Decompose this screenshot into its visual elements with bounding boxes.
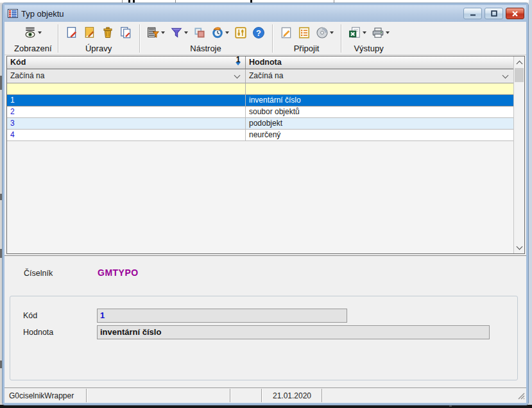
list-window-icon	[8, 8, 18, 19]
background-bottom-sliver	[0, 405, 532, 408]
close-icon	[511, 10, 519, 17]
disc-icon	[316, 26, 329, 39]
excel-export-button[interactable]	[347, 26, 368, 40]
minimize-button[interactable]	[463, 8, 482, 19]
new-record-icon	[65, 26, 78, 39]
kod-field-label: Kód	[23, 311, 97, 320]
table-row[interactable]: 2 soubor objektů	[7, 106, 513, 118]
ciselnik-grid: Kód 1 Hodnota Začíná na Začíná na	[6, 56, 525, 254]
relations-button[interactable]	[192, 26, 207, 40]
background-text-fragment	[250, 0, 252, 3]
grid-filter-row: Začíná na Začíná na	[7, 69, 513, 83]
sort-indicator: 1	[236, 56, 241, 65]
dropdown-caret	[386, 31, 390, 34]
scroll-up-button[interactable]	[514, 57, 524, 67]
statusbar: G0ciselnikWrapper 21.01.2020	[4, 387, 526, 403]
disc-button[interactable]	[314, 26, 335, 40]
toolbar-group-nastroje: ? Nástroje	[140, 23, 272, 54]
column-header-hodnota[interactable]: Hodnota	[246, 56, 513, 69]
cell-kod[interactable]: 2	[7, 106, 246, 118]
filter-funnel-icon	[170, 26, 183, 39]
titlebar: Typ objektu	[4, 5, 526, 22]
kod-field[interactable]: 1	[97, 309, 347, 323]
copy-record-button[interactable]	[118, 26, 133, 40]
attach-note-button[interactable]	[279, 26, 294, 40]
print-button[interactable]	[370, 26, 391, 40]
data-table-filter-icon	[147, 26, 160, 39]
hodnota-field-label: Hodnota	[23, 328, 97, 337]
close-button[interactable]	[506, 8, 524, 19]
refresh-clock-icon	[211, 26, 224, 39]
statusbar-right-cell	[323, 388, 526, 403]
checklist-button[interactable]	[296, 26, 312, 40]
help-button[interactable]: ?	[251, 26, 266, 40]
scroll-down-button[interactable]	[514, 242, 524, 253]
cell-hodnota[interactable]: soubor objektů	[246, 106, 513, 118]
toolbar-group-zobrazeni: Zobrazení	[8, 23, 58, 54]
chevron-down-icon	[516, 244, 522, 250]
toolbar-group-upravy: Úpravy	[58, 23, 139, 54]
cell-kod[interactable]: 4	[7, 130, 246, 141]
filter-funnel-button[interactable]	[169, 26, 189, 40]
window-title: Typ objektu	[21, 9, 64, 19]
scrollbar-thumb[interactable]	[515, 68, 524, 82]
statusbar-date: 21.01.2020	[262, 388, 322, 403]
refresh-clock-button[interactable]	[210, 26, 230, 40]
delete-record-button[interactable]	[100, 26, 116, 40]
checklist-icon	[298, 26, 311, 39]
data-table-filter-button[interactable]	[146, 26, 166, 40]
chevron-down-icon	[502, 72, 509, 79]
view-eye-icon	[24, 26, 37, 39]
relations-icon	[193, 26, 206, 39]
dropdown-caret	[330, 31, 334, 34]
edit-record-button[interactable]	[82, 26, 98, 40]
record-fields-panel: Kód 1 Hodnota inventární číslo	[10, 296, 518, 380]
ciselnik-label: Číselník	[24, 269, 98, 278]
grid-header-row: Kód 1 Hodnota	[7, 56, 513, 69]
filter-mode-dropdown-hodnota[interactable]: Začíná na	[246, 69, 513, 83]
grid-filter-input-row	[7, 83, 513, 95]
delete-record-icon	[101, 26, 114, 39]
statusbar-message-cell	[87, 388, 230, 403]
background-text-fragment	[128, 0, 130, 3]
cell-hodnota[interactable]: neurčený	[246, 130, 513, 141]
resize-grip-icon[interactable]	[517, 391, 525, 400]
settings-sliders-button[interactable]	[233, 26, 248, 40]
grid-area: Kód 1 Hodnota Začíná na Začíná na	[4, 55, 526, 255]
sort-descending-arrow-icon	[236, 62, 241, 65]
chevron-down-icon	[234, 72, 241, 79]
column-header-kod[interactable]: Kód 1	[7, 56, 246, 69]
settings-sliders-icon	[234, 26, 247, 39]
toolbar-group-label: Připojit	[279, 43, 335, 53]
cell-kod[interactable]: 3	[7, 118, 246, 130]
new-record-button[interactable]	[64, 26, 80, 40]
toolbar-group-label: Zobrazení	[14, 43, 52, 53]
chevron-up-icon	[516, 60, 522, 67]
maximize-button[interactable]	[485, 8, 503, 19]
cell-kod[interactable]: 1	[7, 95, 246, 106]
cell-hodnota[interactable]: inventární číslo	[246, 95, 513, 106]
view-eye-button[interactable]	[22, 26, 43, 40]
toolbar-group-vystupy: Výstupy	[341, 23, 397, 54]
toolbar-group-pripojit: Připojit	[273, 23, 341, 54]
table-row[interactable]: 3 podobjekt	[7, 118, 513, 130]
dropdown-caret	[363, 31, 366, 34]
hodnota-field[interactable]: inventární číslo	[97, 325, 490, 339]
attach-note-icon	[280, 26, 293, 39]
grid-empty-area	[7, 141, 513, 253]
dropdown-caret	[184, 31, 188, 34]
table-row[interactable]: 4 neurčený	[7, 130, 513, 141]
filter-mode-dropdown-kod[interactable]: Začíná na	[7, 69, 246, 83]
toolbar-group-label: Úpravy	[64, 43, 133, 53]
cell-hodnota[interactable]: podobjekt	[246, 118, 513, 130]
edit-record-icon	[83, 26, 96, 39]
ciselnik-value: GMTYPO	[98, 268, 139, 278]
filter-input-hodnota[interactable]	[246, 83, 513, 95]
statusbar-wrapper-name: G0ciselnikWrapper	[4, 388, 86, 403]
vertical-scrollbar[interactable]	[513, 56, 524, 253]
toolbar-group-label: Nástroje	[146, 43, 266, 53]
help-icon: ?	[252, 26, 265, 39]
table-row[interactable]: 1 inventární číslo	[7, 95, 513, 106]
filter-input-kod[interactable]	[7, 83, 246, 95]
copy-record-icon	[119, 26, 132, 39]
